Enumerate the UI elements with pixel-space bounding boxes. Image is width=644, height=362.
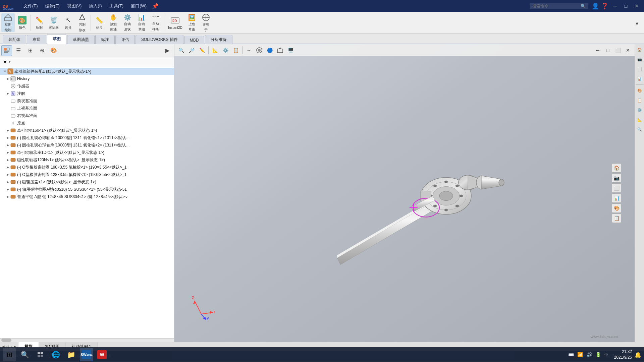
vp-settings-btn[interactable]: ⚙️ [221,46,230,55]
sidebar-hscroll[interactable] [0,338,174,342]
report-btn[interactable]: 📋 [612,214,621,223]
expand-sidebar-btn[interactable]: ▶ [162,45,173,56]
notification-btn[interactable]: 🔔 [635,352,641,358]
tree-bearing1[interactable]: ▶ (-) 圆柱孔调心球轴承[10000型] 1311 氧化铬<1> (1311… [0,134,174,141]
tree-root[interactable]: ▼ A 牵引辊部件装配1 (默认<默认_显示状态-1>) [0,68,174,75]
vp-section-btn[interactable]: 📐 [210,46,220,55]
right-panel-btn-3[interactable]: ⬜ [635,64,644,74]
draw-btn[interactable]: ✏️ 绘制 [33,13,46,32]
vp-display-btn[interactable] [255,46,264,55]
coupler-expander[interactable]: ▶ [5,158,10,162]
auto-shape-btn[interactable]: ⚙️ 自动 形状 [121,13,134,32]
search-input[interactable] [532,4,579,8]
key-expander[interactable]: ▶ [5,194,10,199]
tab-mbd[interactable]: MBD [184,36,205,44]
tree-coupler[interactable]: ▶ 磁性联轴器120N<1> (默认<<默认>_显示状态-1>) [0,156,174,164]
right-panel-btn-7[interactable]: ⚙️ [635,105,644,115]
tree-front-plane[interactable]: ▶ 前视基准面 [0,97,174,105]
edge-taskbar-btn[interactable]: 🌐 [49,348,62,361]
vp-close-btn[interactable]: ✕ [623,46,633,55]
color-btn[interactable]: 🎨 颜色 [15,13,29,32]
menu-edit[interactable]: 编辑(E) [42,2,63,11]
tab-analysis[interactable]: 分析准备 [205,35,232,44]
right-panel-btn-9[interactable]: 🔍 [635,125,644,134]
vp-list-btn[interactable]: 📋 [231,46,240,55]
oring2-expander[interactable]: ▶ [5,172,10,177]
vp-min-btn[interactable]: ─ [593,46,602,55]
help-icon[interactable]: ❓ [601,2,608,10]
chart-btn[interactable]: 📊 [612,193,621,203]
vp-arrow-btn[interactable]: ↔️ [244,46,254,55]
user-icon[interactable]: 👤 [592,2,599,10]
instant2d-btn[interactable]: I2D Instant2D [166,13,184,32]
menu-insert[interactable]: 插入(I) [86,2,105,11]
tree-cover[interactable]: ▶ (-) 磁驱压盖<1> (默认<<默认>_显示状态 1>) [0,178,174,186]
vp-max-btn[interactable]: □ [603,46,612,55]
auto-spline-btn[interactable]: 〰 自动 样条 [149,13,162,32]
tab-assembly[interactable]: 装配体 [3,35,26,44]
menu-tools[interactable]: 工具(T) [106,2,127,11]
tree-sensors[interactable]: ▶ 传感器 [0,82,174,90]
minimize-btn[interactable]: ─ [610,1,620,11]
lang-indicator[interactable]: 中 [604,352,608,357]
vp-scene-btn[interactable] [275,46,285,55]
feature-manager-btn[interactable] [1,45,12,56]
property-manager-btn[interactable]: ☰ [13,45,24,56]
keyboard-tray-icon[interactable]: ⌨️ [568,352,574,357]
view-orient-btn[interactable]: ⬜ [612,183,621,193]
volume-tray-icon[interactable]: 🔊 [586,352,592,357]
tree-bearing2[interactable]: ▶ (-) 圆柱孔调心球轴承[10000型] 1311 氧化铬<2> (1311… [0,141,174,149]
root-expander[interactable]: ▼ [3,69,7,74]
right-panel-btn-4[interactable]: 📊 [635,74,644,83]
auto-sketch-btn[interactable]: 📊 自动 草图 [135,13,148,32]
maximize-btn[interactable]: □ [621,1,631,11]
annotations-expander[interactable]: ▶ [5,91,10,96]
right-panel-btn-8[interactable]: 📐 [635,115,644,124]
tree-key[interactable]: ▶ 普通平键 A型 键 12×8×45 SUS304<1> (键 12×8×45… [0,193,174,200]
select-btn[interactable]: ↖ 选择 [61,13,75,32]
right-panel-btn-6[interactable]: 📋 [635,96,644,105]
appearance-btn[interactable]: 🎨 [48,45,59,56]
normal-to-btn[interactable]: 正视 于 [199,13,213,32]
roller-expander[interactable]: ▶ [5,128,10,133]
vp-sketch-btn[interactable]: ✏️ [197,46,207,55]
tab-layout[interactable]: 布局 [27,35,46,44]
sw-taskbar-btn[interactable]: SW2021 [80,348,93,361]
right-panel-btn-1[interactable]: 🏠 [635,45,644,54]
close-btn[interactable]: ✕ [632,1,641,11]
tab-annotation[interactable]: 标注 [95,35,115,44]
vp-color-btn[interactable]: 🔵 [265,46,274,55]
tree-history[interactable]: ▶ H History [0,75,174,82]
bearing-seat-expander[interactable]: ▶ [5,150,10,155]
pin-icon[interactable]: 📌 [151,2,160,11]
tree-right-plane[interactable]: ▶ 右视基准面 [0,112,174,119]
tab-sketch[interactable]: 草图 [47,34,66,44]
dim-expert-btn[interactable]: ⊕ [37,45,47,56]
menu-file[interactable]: 文件(F) [20,2,41,11]
snap-ring-expander[interactable]: ▶ [5,187,10,192]
render-btn[interactable]: 🎨 [612,203,621,213]
camera-btn[interactable]: 📷 [612,173,621,183]
viewport[interactable]: 🔍 🔎 ✏️ 📐 ⚙️ 📋 ↔️ 🔵 🖥️ ─ □ ⬜ ✕ [174,44,635,342]
search-icon[interactable]: 🔍 [581,4,586,8]
tab-sw-plugins[interactable]: SOLIDWORKS 插件 [136,35,183,44]
menu-window[interactable]: 窗口(W) [127,2,150,11]
search-taskbar-btn[interactable]: 🔍 [18,348,32,361]
history-expander[interactable]: ▶ [5,76,10,81]
right-panel-btn-2[interactable]: 📷 [635,55,644,64]
cover-expander[interactable]: ▶ [5,180,10,184]
battery-tray-icon[interactable]: 🔋 [595,352,601,357]
tree-bearing-seat[interactable]: ▶ 牵引辊轴承座1D<1> (默认<<默认>_显示状态 1>) [0,149,174,156]
tree-snap-ring[interactable]: ▶ (-) 轴用弹性挡圈A型(d0≥10) 55 SUS304<1> (55<显… [0,186,174,193]
taskview-btn[interactable] [34,348,47,361]
menu-view[interactable]: 视图(V) [64,2,85,11]
vp-zoom-btn[interactable]: 🔍 [176,46,186,55]
eraser-btn[interactable]: 🗑️ 擦除器 [47,13,61,32]
tab-sketch-ink[interactable]: 草图油墨 [67,35,95,44]
sketch-draw-btn[interactable]: 草图 绘制 [1,13,15,32]
vp-fit-btn[interactable]: 🔎 [187,46,196,55]
bearing2-expander[interactable]: ▶ [5,143,10,147]
vp-restore-btn[interactable]: ⬜ [613,46,623,55]
network-tray-icon[interactable]: 📶 [577,352,583,357]
config-manager-btn[interactable]: ⊞ [25,45,36,56]
